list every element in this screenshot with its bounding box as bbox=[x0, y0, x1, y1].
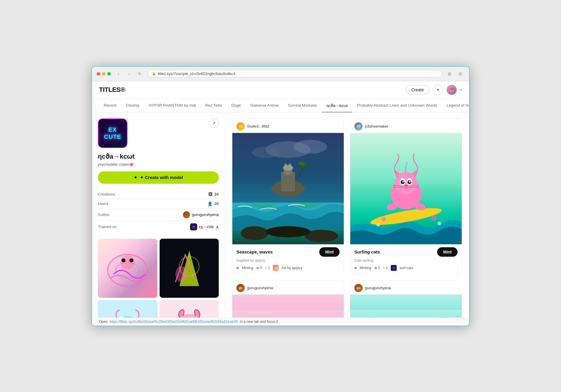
svg-point-57 bbox=[377, 223, 380, 226]
star-icon-button[interactable]: ✦ bbox=[433, 85, 443, 95]
sidebar-toggle[interactable]: ⊞ bbox=[445, 70, 454, 78]
thumb-1[interactable] bbox=[98, 239, 157, 298]
seascape-mint-button[interactable]: Mint bbox=[319, 247, 340, 257]
tab-mega[interactable]: ηcϑa→kcωt bbox=[322, 99, 352, 113]
tab-surreal[interactable]: Surreal Modules bbox=[283, 99, 322, 113]
status-url-link[interactable]: https://titles.xyz/collect/base/0x1f2e43… bbox=[109, 320, 238, 324]
share-button[interactable]: ↗ bbox=[209, 118, 219, 128]
model-avatar-text: EXCUTE bbox=[104, 126, 121, 140]
svg-point-30 bbox=[283, 165, 293, 170]
svg-rect-59 bbox=[232, 310, 344, 318]
card-pink-art-header: gu guruguruhyena bbox=[232, 280, 344, 295]
author-stat: Author guruguruhyena bbox=[98, 209, 219, 221]
card-teal-art-header: gu guruguruhyena bbox=[350, 280, 462, 295]
card-surfcats-footer: Surfing cats Mint Cats surfing Minting ⊕… bbox=[350, 244, 462, 274]
card-surfcats-avatar: p3 bbox=[354, 122, 363, 131]
card-teal-art-username[interactable]: guruguruhyena bbox=[365, 286, 391, 290]
author-avatar bbox=[183, 211, 190, 218]
svg-point-7 bbox=[175, 266, 187, 282]
trained-value[interactable]: ex εχ→cύtε ∧ bbox=[190, 223, 219, 230]
surfcats-mint-button[interactable]: Mint bbox=[437, 247, 458, 257]
creations-stat: Creations 🖼 34 bbox=[98, 190, 219, 199]
card-surfcats-subtitle: Cats surfing bbox=[354, 258, 458, 263]
sidebar: EXCUTE ↗ ηcϑa→kcωt psychedelic cuties🐙 ✦… bbox=[92, 113, 225, 318]
tab-hyp3r[interactable]: HYP3R PHANTOM by mdj bbox=[144, 99, 201, 113]
card-surfcats-username[interactable]: p3shoemaker bbox=[365, 124, 388, 129]
plus-icon: ⊕ bbox=[256, 266, 259, 270]
author-value[interactable]: guruguruhyena bbox=[183, 211, 219, 218]
card-seascape-image bbox=[232, 133, 344, 244]
app: TITLES® Create ✦ 🦊 ▾ Recent Closing HYP3… bbox=[92, 81, 469, 326]
teal-art-svg: ★ ★ ★ bbox=[350, 295, 462, 318]
style-label-2: surf cats bbox=[400, 266, 413, 270]
tab-doge[interactable]: Doge bbox=[226, 99, 245, 113]
browser-window: ‹ › ↻ 🔒 titles.xyz/?sample_id=r0v602ngbc… bbox=[91, 66, 470, 326]
plus-meta: ⊕ 0 bbox=[256, 266, 262, 270]
svg-point-47 bbox=[409, 181, 411, 183]
creations-value: 🖼 34 bbox=[208, 192, 219, 196]
model-avatar: EXCUTE bbox=[98, 118, 127, 148]
card-seascape-username[interactable]: 0xafe3...8fd2 bbox=[247, 124, 269, 129]
svg-point-4 bbox=[129, 258, 133, 262]
browser-chrome: ‹ › ↻ 🔒 titles.xyz/?sample_id=r0v602ngbc… bbox=[92, 67, 469, 81]
svg-point-56 bbox=[431, 215, 437, 221]
card-seascape: 0x 0xafe3...8fd2 bbox=[232, 118, 344, 274]
thumb-image-3 bbox=[98, 300, 157, 318]
create-button[interactable]: Create bbox=[406, 85, 429, 95]
svg-rect-8 bbox=[98, 300, 157, 318]
sparkle-icon: ✦ bbox=[134, 175, 137, 180]
maximize-dot[interactable] bbox=[107, 72, 111, 76]
thumb-2[interactable] bbox=[160, 239, 219, 298]
fork-icon: ⑂ bbox=[265, 266, 267, 270]
thumb-4[interactable] bbox=[160, 300, 219, 318]
close-dot[interactable] bbox=[97, 72, 100, 76]
url-text: titles.xyz/?sample_id=r0v602ngbc6alu9zdb… bbox=[158, 71, 235, 76]
trained-expand-icon[interactable]: ∧ bbox=[216, 225, 219, 229]
app-logo: TITLES® bbox=[99, 86, 125, 94]
url-bar[interactable]: 🔒 titles.xyz/?sample_id=r0v602ngbc6alu9z… bbox=[147, 70, 442, 77]
model-header: EXCUTE ↗ bbox=[98, 118, 219, 148]
thumb-image-4 bbox=[160, 300, 219, 318]
forward-button[interactable]: › bbox=[125, 70, 133, 78]
model-name: ηcϑa→kcωt bbox=[98, 153, 219, 160]
style-badge-2: ex bbox=[391, 265, 397, 271]
user-avatar-button[interactable]: 🦊 bbox=[447, 85, 457, 95]
svg-point-2 bbox=[120, 255, 134, 269]
tab-closing[interactable]: Closing bbox=[121, 99, 144, 113]
trained-label: Trained on bbox=[98, 225, 117, 229]
tab-rez[interactable]: Rez Tabs bbox=[200, 99, 226, 113]
split-view[interactable]: ⊟ bbox=[456, 70, 464, 78]
card-seascape-title: Seascape, waves bbox=[236, 249, 273, 254]
users-stat: Users 👤 20 bbox=[98, 199, 219, 209]
avatar-image: 🦊 bbox=[450, 88, 454, 92]
create-with-model-button[interactable]: ✦ ✦ Create with model bbox=[98, 171, 219, 184]
back-button[interactable]: ‹ bbox=[114, 70, 123, 78]
card-surfing-cats-header: p3 p3shoemaker bbox=[350, 119, 462, 133]
tab-recent[interactable]: Recent bbox=[99, 99, 121, 113]
thumb-3[interactable] bbox=[98, 300, 157, 318]
tab-galverse[interactable]: Galverse Anime bbox=[246, 99, 283, 113]
trained-stat: Trained on ex εχ→cύtε ∧ bbox=[98, 221, 219, 233]
thumb-image-2 bbox=[160, 239, 219, 298]
card-seascape-title-row: Seascape, waves Mint bbox=[236, 247, 340, 257]
card-pink-art-username[interactable]: guruguruhyena bbox=[247, 286, 273, 290]
minting-label-2: Minting bbox=[360, 266, 371, 270]
avatar-dropdown-arrow[interactable]: ▾ bbox=[460, 88, 462, 92]
card-seascape-subtitle: Inspired by apipcy bbox=[236, 258, 340, 263]
seascape-svg bbox=[232, 133, 344, 244]
plus-icon-2: ⊕ bbox=[374, 266, 377, 270]
tab-probably[interactable]: Probably Abstract Lines and Unknown Word… bbox=[352, 99, 442, 113]
card-surfcats-meta: Minting ⊕ 3 ⑂ 1 ex surf cats bbox=[354, 265, 458, 271]
browser-nav: ‹ › ↻ bbox=[114, 70, 144, 78]
reload-button[interactable]: ↻ bbox=[136, 70, 144, 78]
card-pink-art: gu guruguruhyena bbox=[232, 280, 344, 318]
status-open-label: Open bbox=[99, 320, 108, 324]
status-bar: Open https://titles.xyz/collect/base/0x1… bbox=[92, 318, 469, 326]
card-pink-art-image: R0 12 bbox=[232, 295, 344, 318]
card-surfing-cats: p3 p3shoemaker bbox=[350, 118, 462, 274]
card-teal-art: gu guruguruhyena bbox=[350, 280, 462, 318]
minimize-dot[interactable] bbox=[102, 72, 106, 76]
thumb-svg-4 bbox=[160, 300, 219, 318]
card-surfcats-image bbox=[350, 133, 462, 244]
tab-legend[interactable]: Legend of Sabineny bbox=[442, 99, 469, 113]
